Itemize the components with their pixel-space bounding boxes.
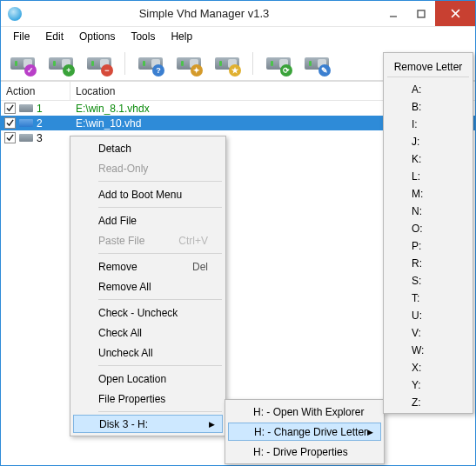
close-button[interactable] [435, 1, 475, 26]
menu-file[interactable]: File [6, 28, 37, 45]
maximize-button[interactable] [407, 1, 435, 26]
drive-letter-item[interactable]: L: [385, 168, 471, 185]
minus-icon: − [101, 64, 113, 77]
ctx_main-item[interactable]: Add to Boot Menu [72, 184, 224, 204]
window-title: Simple Vhd Manager v1.3 [29, 7, 379, 20]
drive-letter-item[interactable]: S: [385, 272, 471, 290]
ctx_main-item[interactable]: Open Location [72, 369, 224, 389]
menu-separator [98, 411, 222, 412]
menu-separator [98, 299, 222, 300]
check-icon: ✓ [24, 64, 37, 77]
wrench-icon: ✎ [318, 64, 331, 77]
drive-letter-item[interactable]: J: [385, 133, 471, 150]
menu-separator [98, 253, 222, 254]
tool-wrench-button[interactable]: ✎ [302, 50, 332, 77]
disk-icon [19, 119, 33, 127]
menu-item-label: Check All [98, 327, 142, 339]
disk-icon [19, 134, 33, 142]
menu-item-label: H: - Drive Properties [253, 446, 348, 458]
ctx_main-item: Paste FileCtrl+V [72, 230, 224, 250]
menu-item-label: Check - Uncheck [98, 307, 178, 319]
menu-item-label: Remove [98, 261, 137, 273]
context-menu-main: DetachRead-OnlyAdd to Boot MenuAdd FileP… [70, 136, 226, 436]
drive-letter-item[interactable]: Z: [385, 394, 471, 411]
drive-letter-item[interactable]: X: [385, 359, 471, 376]
ctx_main-item: Read-Only [72, 158, 224, 178]
remove-letter-title: Remove Letter [387, 57, 469, 77]
ctx_main-item[interactable]: RemoveDel [72, 256, 224, 276]
drive-letter-item[interactable]: T: [385, 290, 471, 307]
menu-item-label: H: - Open With Explorer [253, 406, 364, 418]
drive-letter-item[interactable]: A: [385, 81, 471, 98]
tool-properties-button[interactable]: ? [136, 50, 165, 77]
ctx_main-item[interactable]: Uncheck All [72, 343, 224, 363]
row-number: 1 [37, 103, 43, 115]
drive-letter-item[interactable]: O: [385, 220, 471, 237]
drive-letter-item[interactable]: P: [385, 237, 471, 255]
context-menu-disk: H: - Open With ExplorerH: - Change Drive… [225, 399, 385, 464]
drive-letter-item[interactable]: B: [385, 98, 471, 116]
ctx_main-item[interactable]: Check - Uncheck [72, 303, 224, 323]
drive-letter-item[interactable]: K: [385, 150, 471, 168]
drive-letter-item[interactable]: V: [385, 324, 471, 342]
menu-item-shortcut: Del [192, 261, 208, 273]
ctx_main-item[interactable]: Disk 3 - H:▶ [73, 415, 223, 433]
drive-letter-item[interactable]: N: [385, 203, 471, 220]
window-controls [379, 1, 475, 26]
menu-item-shortcut: Ctrl+V [178, 235, 208, 247]
drive-letter-item[interactable]: U: [385, 307, 471, 324]
tool-boot-button[interactable]: ★ [212, 50, 242, 77]
menu-tools[interactable]: Tools [124, 28, 162, 45]
menu-item-label: Open Location [98, 373, 166, 385]
ctx_main-item[interactable]: Detach [72, 138, 224, 158]
row-checkbox[interactable] [4, 117, 16, 129]
menu-item-label: Remove All [98, 281, 151, 293]
ctx_main-item[interactable]: Add File [72, 210, 224, 230]
header-action[interactable]: Action [1, 82, 70, 100]
tool-refresh-button[interactable]: ⟳ [264, 50, 293, 77]
tool-attach-button[interactable]: ✓ [8, 50, 37, 77]
gear-icon: ✦ [191, 64, 203, 77]
drive-letter-item[interactable]: W: [385, 342, 471, 359]
menu-item-label: Read-Only [98, 163, 148, 175]
tool-settings-button[interactable]: ✦ [174, 50, 204, 77]
row-number: 2 [37, 117, 43, 130]
row-checkbox[interactable] [4, 103, 16, 114]
menu-item-label: Disk 3 - H: [99, 418, 148, 430]
menu-item-label: H: - Change Drive Letter [254, 426, 367, 438]
drive-letter-item[interactable]: Y: [385, 376, 471, 394]
ctx_sub-item[interactable]: H: - Drive Properties [227, 442, 382, 462]
ctx_main-item[interactable]: Check All [72, 323, 224, 343]
info-icon: ? [152, 64, 164, 77]
menu-separator [98, 207, 222, 208]
menu-separator [98, 365, 222, 366]
menu-item-label: Paste File [98, 235, 144, 247]
row-checkbox[interactable] [4, 132, 16, 143]
ctx_main-item[interactable]: File Properties [72, 389, 224, 409]
ctx_sub-item[interactable]: H: - Change Drive Letter▶ [228, 423, 381, 441]
header-location[interactable]: Location [70, 82, 399, 100]
minimize-button[interactable] [379, 1, 407, 26]
drive-letter-item[interactable]: M: [385, 185, 471, 203]
titlebar: Simple Vhd Manager v1.3 [1, 1, 475, 27]
tool-add-button[interactable]: + [46, 50, 76, 77]
disk-icon [19, 104, 33, 112]
app-icon [8, 7, 22, 21]
star-icon: ★ [229, 64, 241, 77]
toolbar-separator [124, 52, 125, 75]
menu-edit[interactable]: Edit [38, 28, 70, 45]
tool-remove-button[interactable]: − [84, 50, 114, 77]
menu-help[interactable]: Help [164, 28, 199, 45]
svg-rect-1 [418, 10, 425, 17]
toolbar-separator [252, 52, 253, 75]
row-location: E:\win_8.1.vhdx [70, 101, 399, 116]
drive-letter-item[interactable]: I: [385, 116, 471, 133]
refresh-icon: ⟳ [280, 64, 292, 77]
submenu-arrow-icon: ▶ [209, 420, 215, 429]
menu-options[interactable]: Options [72, 28, 122, 45]
menu-item-label: Detach [98, 143, 131, 155]
ctx_sub-item[interactable]: H: - Open With Explorer [227, 402, 382, 422]
drive-letter-item[interactable]: R: [385, 255, 471, 272]
menu-item-label: Uncheck All [98, 347, 153, 359]
ctx_main-item[interactable]: Remove All [72, 276, 224, 296]
